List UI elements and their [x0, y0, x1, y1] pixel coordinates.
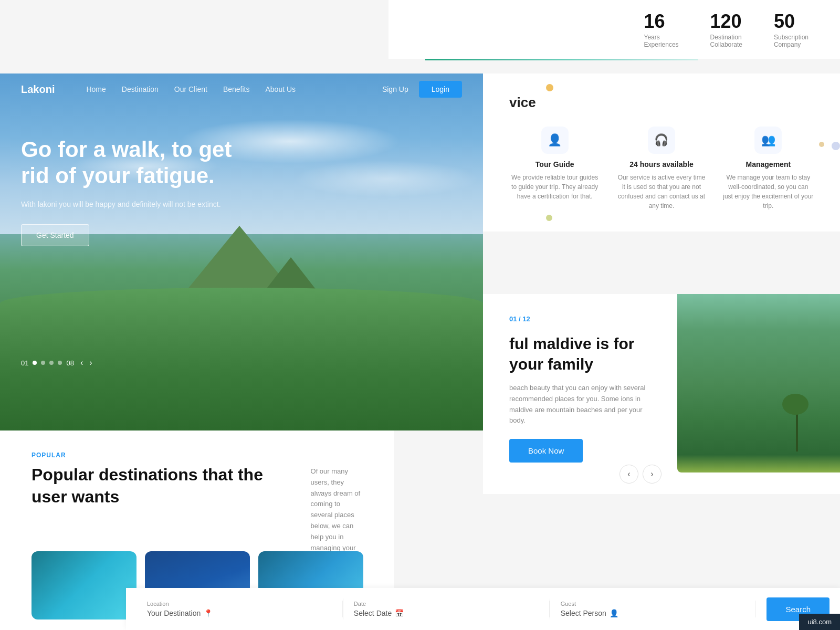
- service-tour-guide-name: Tour Guide: [509, 160, 600, 169]
- guest-label: Guest: [561, 601, 746, 607]
- hero-subtitle: With lakoni you will be happy and defini…: [21, 200, 257, 208]
- stat-destinations: 120 DestinationCollaborate: [710, 10, 742, 48]
- service-24hours: 🎧 24 hours available Our service is acti…: [616, 127, 707, 211]
- services-section: vice 👤 Tour Guide We provide reliable to…: [483, 74, 840, 232]
- service-tour-guide: 👤 Tour Guide We provide reliable tour gu…: [509, 127, 600, 211]
- service-management-name: Management: [723, 160, 814, 169]
- date-value[interactable]: Select Date 📅: [354, 609, 539, 617]
- hero-dot-3[interactable]: [49, 361, 54, 365]
- maldive-prev-button[interactable]: ‹: [620, 465, 638, 484]
- services-grid: 👤 Tour Guide We provide reliable tour gu…: [509, 127, 814, 211]
- nav-signup[interactable]: Sign Up: [382, 85, 408, 93]
- popular-title-block: Popular destinations that the user wants: [32, 464, 290, 508]
- hero-cta-button[interactable]: Get Started: [21, 224, 89, 246]
- person-icon: 👤: [610, 609, 618, 617]
- hero-dot-2[interactable]: [41, 361, 45, 365]
- date-label: Date: [354, 601, 539, 607]
- popular-title: Popular destinations that the user wants: [32, 464, 290, 508]
- location-value[interactable]: Your Destination 📍: [147, 609, 332, 617]
- maldive-counter: 01 / 12: [509, 315, 651, 323]
- deco-dot-blue: [832, 142, 840, 150]
- date-text: Select Date: [354, 609, 392, 617]
- location-text: Your Destination: [147, 609, 201, 617]
- deco-dot-gold: [546, 84, 553, 91]
- service-management-desc: We manage your team to stay well-coordin…: [723, 173, 814, 211]
- service-24hours-name: 24 hours available: [616, 160, 707, 169]
- deco-dot-green: [546, 215, 552, 221]
- location-label: Location: [147, 601, 332, 607]
- guest-value[interactable]: Select Person 👤: [561, 609, 746, 617]
- maldive-image: [677, 294, 840, 472]
- tour-guide-icon: 👤: [541, 127, 569, 154]
- service-management: 👥 Management We manage your team to stay…: [723, 127, 814, 211]
- service-tour-guide-desc: We provide reliable tour guides to guide…: [509, 173, 600, 201]
- guest-text: Select Person: [561, 609, 606, 617]
- nav-actions: Sign Up Login: [382, 81, 462, 98]
- maldive-description: beach beauty that you can enjoy with sev…: [509, 383, 651, 426]
- 24hours-icon: 🎧: [648, 127, 675, 154]
- management-icon: 👥: [754, 127, 782, 154]
- nav-links: Home Destination Our Client Benefits Abo…: [86, 85, 382, 93]
- stat-destinations-number: 120: [710, 10, 742, 33]
- hero-dot-4[interactable]: [58, 361, 62, 365]
- stat-destinations-label: DestinationCollaborate: [710, 34, 742, 48]
- deco-dot-light: [819, 142, 824, 147]
- nav-login-button[interactable]: Login: [419, 81, 462, 98]
- hero-dot-1[interactable]: [33, 361, 37, 365]
- maldive-title: ful maldive is for your family: [509, 333, 651, 374]
- stats-panel: 16 YearsExperiences 120 DestinationColla…: [388, 0, 840, 59]
- nav-home[interactable]: Home: [86, 85, 106, 93]
- maldive-next-button[interactable]: ›: [643, 465, 662, 484]
- next-arrow-icon[interactable]: ›: [89, 358, 92, 368]
- watermark-text: ui8.com: [807, 618, 832, 626]
- location-icon: 📍: [204, 609, 213, 617]
- search-bar: Location Your Destination 📍 Date Select …: [126, 588, 840, 630]
- nav-logo[interactable]: Lakoni: [21, 83, 55, 96]
- hero-page-end: 08: [66, 359, 74, 367]
- calendar-icon: 📅: [395, 609, 404, 617]
- hero-title: Go for a walk, to get rid of your fatigu…: [21, 136, 257, 190]
- nav-our-client[interactable]: Our Client: [174, 85, 207, 93]
- stat-subscriptions-label: SubscriptionCompany: [774, 34, 808, 48]
- stat-years-number: 16: [644, 10, 679, 33]
- hero-pagination: 01 08 ‹ ›: [21, 358, 92, 368]
- hero-background: [0, 74, 483, 430]
- prev-arrow-icon[interactable]: ‹: [80, 358, 83, 368]
- stat-years: 16 YearsExperiences: [644, 10, 679, 48]
- tree-canopy: [782, 394, 808, 415]
- navbar: Lakoni Home Destination Our Client Benef…: [0, 74, 483, 105]
- date-field: Date Select Date 📅: [343, 601, 550, 617]
- hero-section: Lakoni Home Destination Our Client Benef…: [0, 74, 483, 430]
- dest-card-coral[interactable]: [32, 551, 136, 620]
- stat-years-label: YearsExperiences: [644, 34, 679, 48]
- hero-content: Go for a walk, to get rid of your fatigu…: [21, 136, 257, 246]
- location-field: Location Your Destination 📍: [136, 601, 343, 617]
- hero-page-start: 01: [21, 359, 28, 367]
- nav-benefits[interactable]: Benefits: [223, 85, 250, 93]
- stat-subscriptions-number: 50: [774, 10, 808, 33]
- maldive-nav: ‹ ›: [620, 465, 662, 484]
- services-title: vice: [509, 94, 814, 111]
- nav-about[interactable]: About Us: [265, 85, 296, 93]
- maldive-section: 01 / 12 ful maldive is for your family b…: [483, 294, 840, 494]
- nav-destination[interactable]: Destination: [122, 85, 159, 93]
- stat-subscriptions: 50 SubscriptionCompany: [774, 10, 808, 48]
- popular-label: POPULAR: [32, 452, 362, 459]
- book-now-button[interactable]: Book Now: [509, 439, 583, 463]
- guest-field: Guest Select Person 👤: [550, 601, 757, 617]
- tree-trunk: [796, 410, 798, 452]
- service-24hours-desc: Our service is active every time it is u…: [616, 173, 707, 211]
- watermark: ui8.com: [799, 614, 840, 630]
